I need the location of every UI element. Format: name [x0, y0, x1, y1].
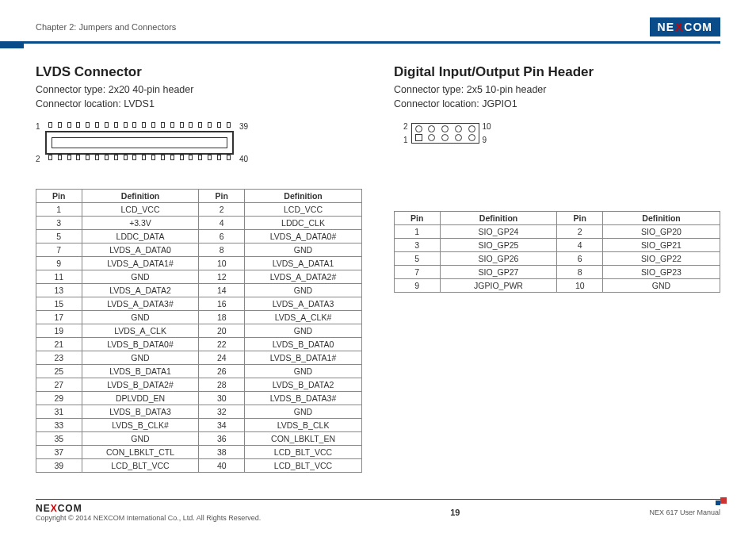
table-cell: 12	[199, 270, 245, 284]
table-cell: LCD_BLT_VCC	[82, 459, 199, 473]
page-number: 19	[450, 508, 460, 517]
table-cell: SIO_GP21	[603, 239, 720, 252]
table-cell: 7	[395, 266, 441, 279]
footer-rule	[36, 499, 720, 500]
table-cell: LVDS_B_CLK	[245, 419, 362, 432]
pin-label: 9	[483, 136, 491, 144]
logo-part: NE	[36, 503, 51, 514]
table-cell: LCD_BLT_VCC	[245, 446, 362, 459]
table-row: 25LVDS_B_DATA126GND	[36, 365, 362, 378]
table-cell: GND	[245, 405, 362, 419]
table-cell: DPLVDD_EN	[82, 392, 199, 405]
table-cell: GND	[82, 351, 199, 365]
table-cell: LVDS_A_CLK	[82, 324, 199, 338]
table-cell: 1	[36, 203, 82, 217]
chapter-label: Chapter 2: Jumpers and Connectors	[36, 22, 176, 32]
copyright-text: Copyright © 2014 NEXCOM International Co…	[36, 514, 261, 522]
header-rule	[36, 41, 720, 44]
table-cell: 40	[199, 459, 245, 473]
footer-logo: NEXCOM	[36, 503, 82, 514]
table-cell: 25	[36, 365, 82, 378]
table-row: 27LVDS_B_DATA2#28LVDS_B_DATA2	[36, 378, 362, 392]
table-cell: GND	[603, 279, 720, 293]
table-cell: 8	[199, 243, 245, 257]
table-row: 17GND18LVDS_A_CLK#	[36, 311, 362, 324]
logo-x: X	[675, 21, 683, 33]
table-cell: LCD_VCC	[82, 203, 199, 217]
lvds-diagram: 1 39 2 40	[36, 122, 362, 174]
table-cell: 30	[199, 392, 245, 405]
table-cell: 27	[36, 378, 82, 392]
table-cell: 21	[36, 338, 82, 351]
table-cell: 6	[199, 230, 245, 243]
table-cell: LDDC_DATA	[82, 230, 199, 243]
table-row: 23GND24LVDS_B_DATA1#	[36, 351, 362, 365]
table-row: 5SIO_GP266SIO_GP22	[395, 252, 720, 266]
table-cell: 19	[36, 324, 82, 338]
table-cell: 29	[36, 392, 82, 405]
table-cell: LVDS_B_DATA3	[82, 405, 199, 419]
logo-x: X	[51, 503, 58, 514]
table-header: Pin	[36, 190, 82, 203]
logo-part: COM	[58, 503, 82, 514]
table-cell: LVDS_A_DATA2#	[245, 270, 362, 284]
lvds-pin-table: PinDefinitionPinDefinition 1LCD_VCC2LCD_…	[36, 189, 362, 473]
table-row: 9JGPIO_PWR10GND	[395, 279, 720, 293]
table-cell: 24	[199, 351, 245, 365]
table-cell: SIO_GP22	[603, 252, 720, 266]
table-row: 7SIO_GP278SIO_GP23	[395, 266, 720, 279]
table-cell: 17	[36, 311, 82, 324]
table-row: 7LVDS_A_DATA08GND	[36, 243, 362, 257]
table-row: 37CON_LBKLT_CTL38LCD_BLT_VCC	[36, 446, 362, 459]
table-cell: 7	[36, 243, 82, 257]
table-row: 35GND36CON_LBKLT_EN	[36, 432, 362, 446]
table-cell: LCD_VCC	[245, 203, 362, 217]
table-cell: 38	[199, 446, 245, 459]
table-cell: 37	[36, 446, 82, 459]
manual-name: NEX 617 User Manual	[649, 508, 720, 516]
section-title-gpio: Digital Input/Output Pin Header	[394, 64, 720, 80]
table-cell: 2	[199, 203, 245, 217]
table-row: 9LVDS_A_DATA1#10LVDS_A_DATA1	[36, 257, 362, 270]
table-cell: GND	[245, 365, 362, 378]
table-cell: LVDS_B_DATA1	[82, 365, 199, 378]
table-cell: LDDC_CLK	[245, 217, 362, 230]
table-cell: 22	[199, 338, 245, 351]
table-row: 1LCD_VCC2LCD_VCC	[36, 203, 362, 217]
table-cell: 18	[199, 311, 245, 324]
table-cell: 28	[199, 378, 245, 392]
table-cell: SIO_GP26	[440, 252, 557, 266]
table-row: 11GND12LVDS_A_DATA2#	[36, 270, 362, 284]
table-cell: LVDS_B_DATA1#	[245, 351, 362, 365]
pin-label: 10	[483, 122, 491, 131]
table-cell: GND	[245, 243, 362, 257]
table-cell: 4	[199, 217, 245, 230]
table-row: 1SIO_GP242SIO_GP20	[395, 225, 720, 239]
table-cell: LVDS_A_CLK#	[245, 311, 362, 324]
table-cell: 9	[36, 257, 82, 270]
table-cell: 31	[36, 405, 82, 419]
table-header: Definition	[440, 212, 557, 225]
table-cell: 36	[199, 432, 245, 446]
pin-label: 40	[239, 155, 248, 163]
pin-label: 1	[403, 136, 408, 144]
table-header: Definition	[245, 190, 362, 203]
table-row: 19LVDS_A_CLK20GND	[36, 324, 362, 338]
table-row: 3SIO_GP254SIO_GP21	[395, 239, 720, 252]
table-cell: LCD_BLT_VCC	[245, 459, 362, 473]
table-cell: LVDS_B_DATA2#	[82, 378, 199, 392]
section-title-lvds: LVDS Connector	[36, 64, 362, 80]
table-cell: SIO_GP25	[440, 239, 557, 252]
table-header: Definition	[82, 190, 199, 203]
table-cell: 1	[395, 225, 441, 239]
table-cell: +3.3V	[82, 217, 199, 230]
table-cell: LVDS_B_DATA3#	[245, 392, 362, 405]
table-header: Pin	[557, 212, 603, 225]
table-cell: 10	[557, 279, 603, 293]
table-cell: SIO_GP24	[440, 225, 557, 239]
table-cell: 9	[395, 279, 441, 293]
gpio-pin-table: PinDefinitionPinDefinition 1SIO_GP242SIO…	[394, 211, 720, 293]
table-cell: LVDS_B_DATA2	[245, 378, 362, 392]
table-row: 21LVDS_B_DATA0#22LVDS_B_DATA0	[36, 338, 362, 351]
connector-type: Connector type: 2x20 40-pin header	[36, 83, 362, 98]
